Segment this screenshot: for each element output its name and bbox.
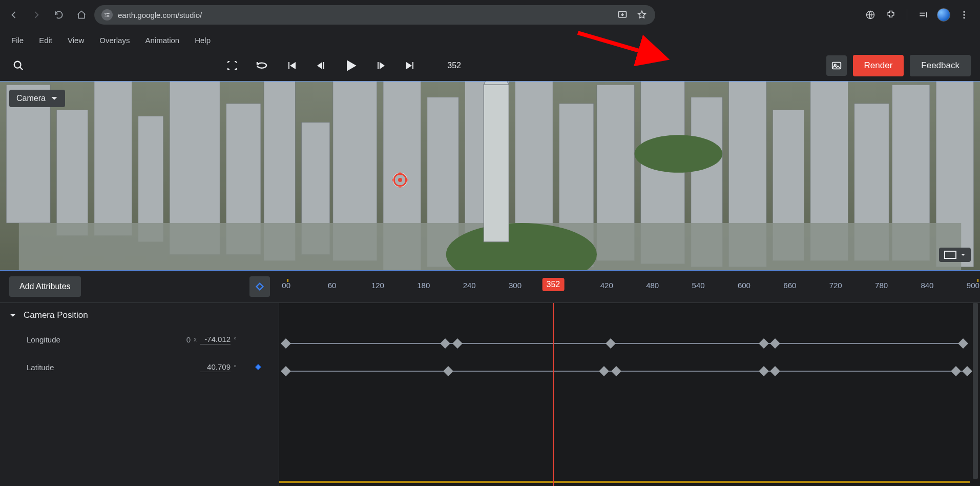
section-camera-position[interactable]: Camera Position [0, 303, 279, 326]
section-title: Camera Position [24, 310, 88, 320]
ruler-tick: 300 [509, 281, 522, 290]
keyframe-diamond[interactable] [759, 338, 769, 349]
step-forward-icon[interactable] [372, 57, 389, 74]
home-icon[interactable] [72, 5, 91, 25]
profile-avatar[interactable] [934, 5, 953, 25]
keyframe-nav[interactable] [247, 326, 269, 353]
keyframe-diamond[interactable] [951, 366, 961, 376]
step-back-icon[interactable] [313, 57, 329, 74]
menu-help[interactable]: Help [195, 36, 211, 45]
skip-end-icon[interactable] [402, 57, 419, 74]
keyframe-diamond[interactable] [452, 338, 463, 349]
play-icon[interactable] [343, 57, 359, 74]
menu-overlays[interactable]: Overlays [99, 36, 130, 45]
chevron-down-icon [9, 312, 16, 319]
properties-column: Camera Position Longitude 0x -74.012 ° L… [0, 303, 279, 486]
keyframe-diamond[interactable] [770, 338, 780, 349]
back-icon[interactable] [4, 5, 24, 25]
menu-edit[interactable]: Edit [39, 36, 52, 45]
site-settings-icon[interactable] [101, 9, 113, 21]
tracks-area[interactable] [279, 303, 980, 486]
keyframe-nav[interactable] [247, 353, 269, 381]
keyframe-diamond[interactable] [281, 338, 291, 349]
map-viewport[interactable]: Camera [0, 81, 980, 271]
menu-animation[interactable]: Animation [145, 36, 179, 45]
ruler-tick: 540 [692, 281, 705, 290]
ruler-tick: 720 [829, 281, 842, 290]
keyframe-diamond[interactable] [958, 338, 968, 349]
keyframe-diamond[interactable] [599, 366, 609, 376]
media-control-icon[interactable] [913, 5, 933, 25]
ruler-tick: 120 [371, 281, 384, 290]
ruler-tick: 480 [646, 281, 659, 290]
ruler-tick: 660 [783, 281, 796, 290]
camera-target-icon[interactable] [392, 172, 408, 188]
svg-point-41 [398, 178, 402, 182]
keyframe-diamond[interactable] [611, 366, 621, 376]
keyframe-diamond[interactable] [281, 366, 291, 376]
address-bar[interactable]: earth.google.com/studio/ [94, 5, 655, 25]
extensions-icon[interactable] [881, 5, 901, 25]
ruler-tick: 840 [921, 281, 933, 290]
vertical-scrollbar[interactable] [973, 303, 978, 479]
property-label: Longitude [27, 335, 165, 344]
svg-marker-39 [484, 82, 509, 85]
svg-rect-14 [94, 82, 132, 235]
reload-icon[interactable] [49, 5, 69, 25]
svg-point-5 [963, 14, 965, 15]
aspect-ratio-selector[interactable] [939, 248, 971, 262]
timeline-panel: Add Attributes 0060120180240300360420480… [0, 271, 980, 486]
track-row[interactable] [279, 357, 970, 385]
work-area-bar[interactable] [279, 481, 970, 483]
bookmark-star-icon[interactable] [636, 9, 648, 21]
svg-point-1 [108, 15, 109, 16]
keyframe-diamond[interactable] [443, 366, 453, 376]
auto-keyframe-toggle[interactable] [249, 276, 270, 297]
install-app-icon[interactable] [616, 9, 629, 21]
kebab-menu-icon[interactable] [954, 5, 974, 25]
ruler-tick: 600 [738, 281, 750, 290]
search-icon[interactable] [9, 56, 28, 75]
camera-selector[interactable]: Camera [9, 90, 65, 107]
svg-rect-49 [255, 364, 261, 370]
svg-point-0 [105, 13, 106, 14]
playhead-line[interactable] [553, 303, 554, 486]
translate-icon[interactable] [861, 5, 880, 25]
track-row[interactable] [279, 330, 970, 357]
skip-start-icon[interactable] [283, 57, 300, 74]
value-integer[interactable]: 0 [165, 335, 191, 344]
ruler-tick: 780 [875, 281, 888, 290]
keyframe-diamond[interactable] [962, 366, 972, 376]
value-decimal[interactable]: -74.012 [200, 335, 231, 345]
timeline-ruler[interactable]: 0060120180240300360420480540600660720780… [279, 271, 980, 302]
feedback-button[interactable]: Feedback [910, 55, 971, 76]
add-attributes-button[interactable]: Add Attributes [9, 276, 81, 297]
menu-file[interactable]: File [11, 36, 24, 45]
svg-point-37 [635, 135, 723, 173]
loop-icon[interactable] [254, 57, 270, 74]
value-decimal[interactable]: 40.709 [200, 362, 231, 372]
keyframe-diamond[interactable] [440, 338, 450, 349]
keyframe-diamond[interactable] [606, 338, 616, 349]
svg-point-4 [963, 11, 965, 13]
svg-rect-48 [257, 284, 263, 290]
forward-icon[interactable] [27, 5, 46, 25]
safe-frame-icon[interactable] [224, 57, 240, 74]
playback-controls: 352 [224, 57, 461, 74]
keyframe-diamond[interactable] [770, 366, 780, 376]
svg-point-6 [963, 17, 965, 18]
property-row-longitude: Longitude 0x -74.012 ° [0, 326, 279, 353]
keyframe-diamond[interactable] [759, 366, 769, 376]
svg-rect-47 [945, 251, 956, 258]
svg-point-8 [14, 62, 21, 68]
playhead-marker[interactable]: 352 [543, 278, 565, 291]
menu-view[interactable]: View [68, 36, 84, 45]
city-render [0, 82, 980, 270]
url-text: earth.google.com/studio/ [118, 11, 202, 19]
ruler-tick: 240 [463, 281, 476, 290]
snapshot-button[interactable] [826, 55, 847, 76]
property-row-latitude: Latitude 40.709 ° [0, 353, 279, 381]
current-frame: 352 [447, 61, 461, 70]
ruler-tick: 60 [328, 281, 337, 290]
render-button[interactable]: Render [853, 55, 904, 76]
